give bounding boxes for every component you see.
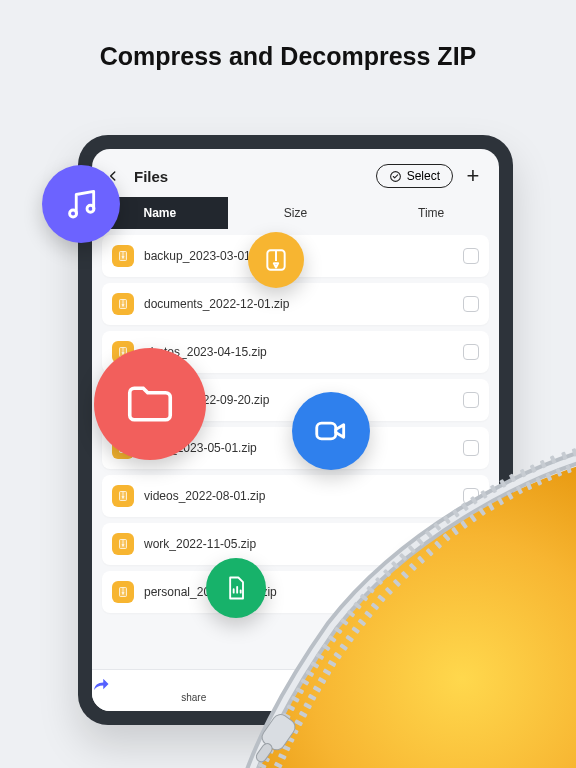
svg-rect-24: [550, 455, 557, 464]
svg-rect-21: [566, 465, 572, 474]
share-icon: [92, 676, 296, 692]
svg-point-13: [425, 573, 466, 614]
row-checkbox[interactable]: [463, 488, 479, 504]
svg-rect-23: [555, 468, 562, 477]
file-row[interactable]: videos_2022-08-01.zip: [102, 475, 489, 517]
file-name: documents_2022-12-01.zip: [144, 297, 453, 311]
image-icon: [390, 538, 500, 648]
svg-rect-97: [286, 736, 295, 743]
music-icon: [42, 165, 120, 243]
check-circle-icon: [389, 170, 402, 183]
svg-point-10: [87, 205, 94, 212]
svg-rect-25: [545, 472, 552, 481]
svg-rect-101: [278, 753, 287, 760]
svg-point-14: [448, 583, 455, 590]
moveto-label: move to: [379, 692, 415, 703]
select-label: Select: [407, 169, 440, 183]
svg-rect-112: [254, 742, 274, 764]
svg-rect-103: [274, 762, 283, 768]
zip-file-icon: [112, 245, 134, 267]
sort-tabs: Name Size Time: [92, 197, 499, 229]
svg-rect-26: [540, 460, 547, 469]
svg-rect-104: [261, 755, 270, 762]
svg-rect-31: [516, 486, 523, 495]
page-title: Files: [134, 168, 168, 185]
svg-rect-12: [317, 423, 336, 439]
share-action[interactable]: share: [92, 676, 296, 703]
move-icon: [296, 676, 500, 692]
file-name: work_2022-11-05.zip: [144, 537, 453, 551]
svg-rect-100: [269, 739, 278, 746]
svg-rect-102: [265, 747, 274, 754]
row-checkbox[interactable]: [463, 296, 479, 312]
svg-rect-98: [273, 730, 282, 737]
archive-icon: [248, 232, 304, 288]
document-icon: [206, 558, 266, 618]
file-row[interactable]: documents_2022-12-01.zip: [102, 283, 489, 325]
hero-title: Compress and Decompress ZIP: [0, 0, 576, 71]
svg-rect-106: [258, 762, 267, 768]
row-checkbox[interactable]: [463, 248, 479, 264]
svg-rect-28: [530, 464, 537, 473]
moveto-action[interactable]: move to: [296, 676, 500, 703]
svg-rect-95: [290, 727, 299, 734]
folder-icon: [94, 348, 206, 460]
file-name: videos_2022-08-01.zip: [144, 489, 453, 503]
topbar: Files Select +: [92, 149, 499, 197]
row-checkbox[interactable]: [463, 344, 479, 360]
row-checkbox[interactable]: [463, 392, 479, 408]
svg-rect-27: [535, 477, 542, 486]
svg-rect-22: [561, 451, 567, 460]
share-label: share: [181, 692, 206, 703]
svg-rect-99: [282, 744, 291, 751]
svg-rect-30: [520, 469, 527, 478]
file-name: photos_2023-04-15.zip: [144, 345, 453, 359]
zip-file-icon: [112, 581, 134, 603]
select-button[interactable]: Select: [376, 164, 453, 188]
add-button[interactable]: +: [461, 163, 485, 189]
zip-file-icon: [112, 485, 134, 507]
bottom-bar: share move to: [92, 669, 499, 711]
row-checkbox[interactable]: [463, 440, 479, 456]
tab-time[interactable]: Time: [363, 197, 499, 229]
zip-file-icon: [112, 533, 134, 555]
zip-file-icon: [112, 293, 134, 315]
svg-rect-29: [525, 481, 532, 490]
tab-size[interactable]: Size: [228, 197, 364, 229]
video-icon: [292, 392, 370, 470]
svg-rect-20: [572, 448, 576, 457]
svg-point-9: [70, 210, 77, 217]
